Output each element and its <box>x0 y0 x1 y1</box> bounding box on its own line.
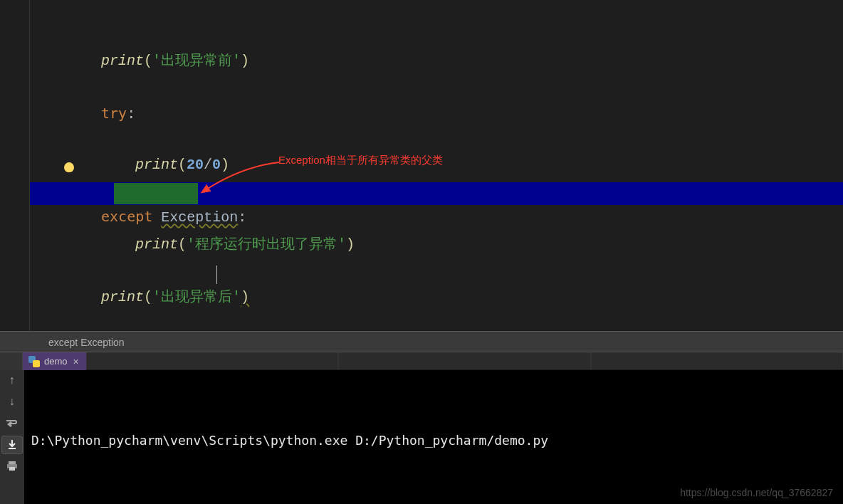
console-line: 出现异常前 <box>31 501 843 504</box>
up-arrow-icon[interactable]: ↑ <box>0 370 24 392</box>
python-icon <box>28 356 40 367</box>
fn-print: print <box>135 236 178 253</box>
quote: ' <box>152 53 161 69</box>
paren: ) <box>241 289 249 305</box>
code-line[interactable]: print('出现异常后') <box>30 263 843 286</box>
paren: ( <box>144 53 152 69</box>
console-line: D:\Python_pycharm\venv\Scripts\python.ex… <box>31 429 843 453</box>
code-line[interactable]: print(20/0) <box>30 131 843 154</box>
console-toolbar: ↑ ↓ <box>0 370 24 504</box>
number-literal: 20 <box>187 157 204 173</box>
breadcrumb-text: except Exception <box>48 337 125 348</box>
quote: ' <box>232 289 241 305</box>
number-literal: 0 <box>212 157 221 173</box>
run-tabs: demo × <box>0 352 843 370</box>
close-icon[interactable]: × <box>73 356 79 367</box>
paren: ) <box>221 157 229 173</box>
tab-label: demo <box>44 356 68 367</box>
paren: ( <box>144 289 152 305</box>
gutter <box>0 0 30 331</box>
paren: ( <box>178 236 187 253</box>
tab-spacer <box>86 352 843 369</box>
code-content[interactable]: print('出现异常前') try: print(20/0) except E… <box>30 0 843 331</box>
svg-rect-2 <box>9 467 15 471</box>
console-panel: ↑ ↓ D:\Python_pycharm\venv\Scripts\pytho… <box>0 370 843 504</box>
quote: ' <box>152 289 161 305</box>
code-line[interactable]: print('出现异常前') <box>30 27 843 50</box>
annotation-text: Exception相当于所有异常类的父类 <box>278 154 443 167</box>
console-output[interactable]: D:\Python_pycharm\venv\Scripts\python.ex… <box>31 380 843 504</box>
kw-try: try <box>101 105 127 122</box>
paren: ) <box>241 53 249 69</box>
quote: ' <box>187 236 195 253</box>
caret <box>216 266 217 284</box>
print-icon[interactable] <box>0 456 24 477</box>
code-line[interactable]: try: <box>30 79 843 102</box>
quote: ' <box>337 236 346 253</box>
run-tab-demo[interactable]: demo × <box>23 352 86 370</box>
fn-print: print <box>135 157 178 173</box>
watermark: https://blog.csdn.net/qq_37662827 <box>680 487 833 498</box>
string-literal: 出现异常前 <box>161 53 232 69</box>
tool-sidebar-spacer <box>0 352 23 370</box>
colon: : <box>127 106 135 122</box>
paren: ) <box>346 236 355 253</box>
wrap-icon[interactable] <box>0 413 24 434</box>
string-literal: 出现异常后 <box>161 289 232 305</box>
quote: ' <box>232 53 241 69</box>
scroll-to-end-icon[interactable] <box>1 436 23 454</box>
code-line[interactable]: except Exception: <box>30 182 843 205</box>
code-line[interactable]: print('程序运行时出现了异常') <box>30 211 843 233</box>
code-editor[interactable]: print('出现异常前') try: print(20/0) except E… <box>0 0 843 331</box>
string-literal: 程序运行时出现了异常 <box>195 236 337 253</box>
lightbulb-icon[interactable] <box>64 162 74 172</box>
breadcrumb[interactable]: except Exception <box>0 331 843 352</box>
svg-rect-0 <box>9 461 16 464</box>
fn-print: print <box>101 53 144 69</box>
fn-print: print <box>101 289 144 305</box>
paren: ( <box>178 157 187 173</box>
down-arrow-icon[interactable]: ↓ <box>0 392 24 413</box>
slash: / <box>204 157 212 173</box>
